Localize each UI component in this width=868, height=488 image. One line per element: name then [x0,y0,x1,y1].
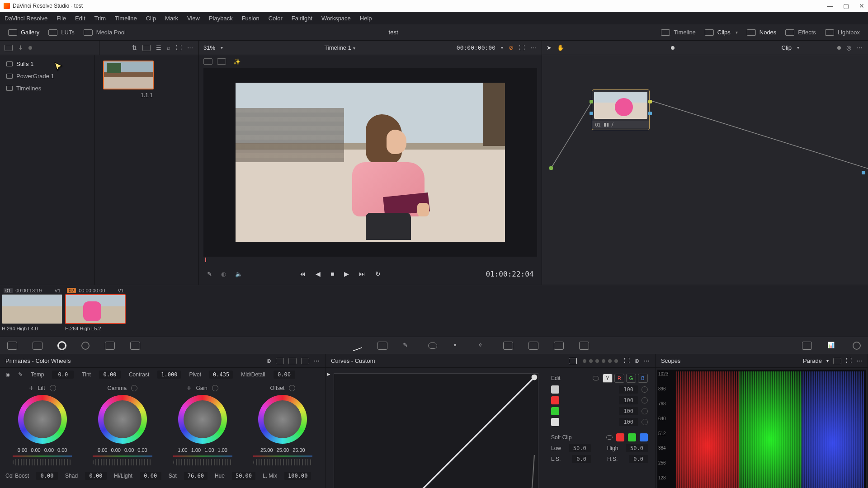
scopes-chevron-icon[interactable]: ▾ [826,358,829,363]
target-icon[interactable]: ◎ [846,44,851,51]
menu-playback[interactable]: Playback [209,15,233,22]
blue-intensity[interactable]: 100 [619,418,638,426]
menu-workspace[interactable]: Workspace [321,15,351,22]
graph-output-port[interactable] [862,171,865,174]
source-timecode[interactable]: 00:00:00:00 [457,44,495,51]
sidebar-item-powergrade[interactable]: PowerGrade 1 [0,70,94,82]
expand-icon[interactable]: ⛶ [176,44,182,51]
lum-intensity[interactable]: 100 [619,385,638,394]
hue-value[interactable]: 50.00 [232,472,255,480]
lift-r[interactable]: 0.00 [31,447,40,453]
lmix-value[interactable]: 100.00 [284,472,311,480]
playhead-marker[interactable] [205,258,206,262]
lift-master-slider[interactable] [13,459,72,465]
scopes-mode[interactable]: Parade [803,357,822,364]
color-match-icon[interactable] [33,342,42,350]
menu-fusion[interactable]: Fusion [242,15,259,22]
scopes-icon[interactable]: 📊 [827,342,837,350]
green-intensity[interactable]: 100 [619,407,638,415]
sort-icon[interactable]: ⇅ [132,44,137,51]
sizing-icon[interactable] [554,342,564,350]
lift-colorwheel[interactable] [18,395,67,444]
zoom-chevron-icon[interactable]: ▾ [221,45,223,50]
maximize-button[interactable]: ▢ [843,2,849,9]
clip-thumbnail[interactable] [65,294,126,324]
lightbox-toggle[interactable]: Lightbox [821,24,864,40]
gamma-master-slider[interactable] [93,459,152,465]
color-wheels-icon[interactable] [58,342,66,350]
gain-r[interactable]: 1.00 [191,447,201,453]
bypass-icon[interactable]: ⊘ [509,44,514,51]
offset-colorwheel[interactable] [258,395,307,444]
bars-mode-icon[interactable] [288,358,297,364]
loop-button[interactable]: ↻ [375,270,381,277]
shad-value[interactable]: 0.00 [85,472,107,480]
gallery-toggle[interactable]: Gallery [4,24,44,40]
middetail-value[interactable]: 0.00 [274,371,295,379]
thumb-view-icon[interactable] [142,45,151,51]
scopes-expand-icon[interactable]: ⛶ [846,357,852,364]
lift-y[interactable]: 0.00 [18,447,27,453]
warper-icon[interactable] [377,342,387,350]
offset-r[interactable]: 25.00 [260,447,273,453]
nodes-toggle[interactable]: Nodes [742,24,781,40]
sat-value[interactable]: 76.60 [184,472,208,480]
gamma-y[interactable]: 0.00 [98,447,107,453]
play-button[interactable]: ▶ [344,270,349,277]
node-out-port[interactable] [648,100,652,103]
last-frame-button[interactable]: ⏭ [359,270,365,277]
node-01[interactable]: 01 ▮▮ 𝑓 [592,89,650,130]
curve-play-icon[interactable]: ▸ [327,371,330,377]
lift-reset-icon[interactable] [50,385,56,391]
list-view-icon[interactable]: ☰ [156,44,161,51]
pointer-tool-icon[interactable]: ➤ [547,44,552,51]
prev-frame-button[interactable]: ◀ [316,270,321,277]
key-icon[interactable] [528,342,538,350]
blur-icon[interactable] [503,342,513,350]
high-value[interactable]: 50.0 [626,444,648,452]
effects-toggle[interactable]: Effects [781,24,821,40]
menu-trim[interactable]: Trim [94,15,106,22]
first-frame-button[interactable]: ⏮ [299,270,306,277]
picker-icon[interactable]: ◉ [5,371,10,378]
clip-02[interactable]: 0200:00:00:00V1 H.264 High L5.2 [65,287,126,337]
nodemode-chevron-icon[interactable]: ▾ [797,45,799,50]
node-alpha-in-port[interactable] [590,112,593,115]
gain-b[interactable]: 1.00 [218,447,227,453]
primaries-more-icon[interactable]: ⋯ [314,357,320,364]
gain-master-slider[interactable] [173,459,232,465]
timeline-selector[interactable]: Timeline 1 [324,44,351,51]
menu-timeline[interactable]: Timeline [115,15,137,22]
rgb-mixer-icon[interactable] [105,342,115,350]
node-graph[interactable]: 01 ▮▮ 𝑓 [542,55,868,285]
sidebar-item-stills[interactable]: Stills 1 [0,58,94,70]
scrub-bar[interactable] [203,257,537,263]
tracker-icon[interactable]: ✦ [453,342,462,350]
pivot-value[interactable]: 0.435 [209,371,233,379]
split-icon[interactable] [217,58,226,65]
temp-value[interactable]: 0.0 [52,371,74,379]
graph-input-port[interactable] [549,166,553,170]
luts-toggle[interactable]: LUTs [44,24,79,40]
softclip-b-button[interactable] [640,433,648,441]
menu-edit[interactable]: Edit [75,15,85,22]
edit-b-button[interactable]: B [638,374,648,383]
camera-raw-icon[interactable] [7,342,17,350]
menu-clip[interactable]: Clip [146,15,156,22]
lift-b[interactable]: 0.00 [57,447,67,453]
motion-effects-icon[interactable] [130,342,140,350]
curves-more-icon[interactable]: ⋯ [644,357,650,364]
ls-value[interactable]: 0.0 [572,455,591,463]
menu-davinci[interactable]: DaVinci Resolve [5,15,47,22]
contrast-value[interactable]: 1.000 [157,371,181,379]
3d-icon[interactable] [579,342,589,350]
picker2-icon[interactable]: ✎ [18,371,23,378]
grab-still-icon[interactable]: ⬇ [18,44,23,51]
red-reset-icon[interactable] [642,397,648,404]
auto-balance-icon[interactable]: ⊕ [266,357,271,364]
log-mode-icon[interactable] [301,358,309,364]
highlight-icon[interactable] [203,58,212,65]
offset-g[interactable]: 25.00 [277,447,289,453]
gamma-g[interactable]: 0.00 [124,447,134,453]
custom-curve-icon[interactable] [569,358,577,364]
